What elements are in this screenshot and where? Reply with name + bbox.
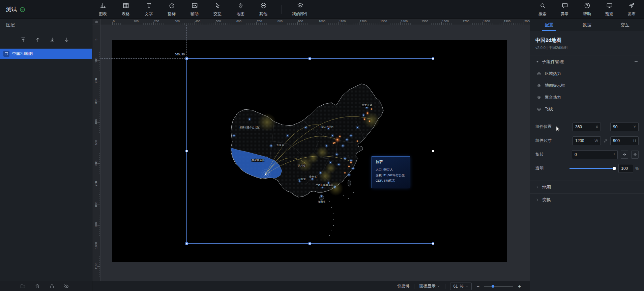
- width-input[interactable]: [575, 138, 593, 143]
- subcomponent-item-3[interactable]: 聚合热力: [530, 91, 644, 103]
- layer-list: 中国2d地图: [0, 49, 92, 59]
- visibility-eye-icon[interactable]: [536, 107, 541, 112]
- help-icon: [584, 2, 590, 10]
- position-row: 组件位置 X Y: [530, 120, 644, 134]
- rotate-row: 旋转 °: [530, 148, 644, 161]
- tool-chart-button[interactable]: 图表: [91, 0, 114, 19]
- zoom-out-button[interactable]: −: [476, 284, 479, 289]
- tool-map-button[interactable]: 地图: [229, 0, 252, 19]
- selection-handle-bottom-left[interactable]: [185, 242, 188, 245]
- action-preview-button[interactable]: 预览: [598, 0, 620, 19]
- subcomponent-item-4[interactable]: 飞线: [530, 103, 644, 115]
- to-top-icon[interactable]: [20, 37, 26, 43]
- app-logo-text: 测试: [6, 6, 17, 13]
- size-label: 组件尺寸: [535, 138, 556, 143]
- h-ruler-number: 1100: [339, 20, 346, 23]
- caret-down-icon: [535, 60, 539, 64]
- ruler-corner[interactable]: [92, 19, 100, 25]
- divider: [414, 284, 414, 289]
- h-ruler-number: 500: [216, 20, 221, 23]
- text-icon: [146, 2, 152, 10]
- up-icon[interactable]: [35, 37, 41, 43]
- tool-table-button[interactable]: 表格: [114, 0, 137, 19]
- v-ruler-number: 700: [94, 179, 98, 188]
- zoom-slider[interactable]: [484, 286, 513, 287]
- selection-handle-top-middle[interactable]: [309, 57, 311, 60]
- tab-interaction[interactable]: 交互: [606, 19, 644, 31]
- property-rows: 组件位置 X Y 组件尺寸 W H 旋转 °: [530, 115, 644, 181]
- lock-icon[interactable]: [49, 284, 55, 289]
- collapsed-section-1[interactable]: 地图: [530, 181, 644, 193]
- tool-text-button[interactable]: 文字: [137, 0, 160, 19]
- search-icon: [539, 2, 546, 10]
- selection-handle-middle-right[interactable]: [432, 150, 434, 152]
- tool-map-label: 地图: [236, 11, 244, 17]
- eye-icon: [94, 20, 98, 24]
- zoom-select[interactable]: 61 %: [450, 283, 472, 290]
- v-ruler-number: 0: [94, 35, 98, 44]
- zoom-in-button[interactable]: +: [518, 284, 521, 289]
- tab-data[interactable]: 数据: [568, 19, 606, 31]
- layer-thumbnail-icon: [3, 51, 9, 57]
- subcomponent-item-1[interactable]: 区域热力: [530, 68, 644, 80]
- h-ruler-number: 0: [113, 20, 115, 23]
- v-ruler-number: 1100: [94, 261, 98, 271]
- height-input[interactable]: [613, 138, 632, 143]
- selection-handle-top-right[interactable]: [432, 57, 434, 60]
- action-search-button[interactable]: 搜索: [531, 0, 554, 19]
- zoom-slider-handle[interactable]: [492, 285, 494, 288]
- layers-panel-header: 图层: [0, 19, 92, 31]
- tool-text-label: 文字: [145, 11, 153, 17]
- flip-vertical-button[interactable]: [631, 151, 639, 159]
- tool-assist-button[interactable]: 辅助: [183, 0, 206, 19]
- h-ruler-number: 700: [257, 20, 262, 23]
- opacity-slider-handle[interactable]: [613, 167, 616, 170]
- position-x-input[interactable]: [575, 125, 594, 129]
- tool-indicator-button[interactable]: 指标: [160, 0, 183, 19]
- lock-aspect-link-icon[interactable]: [601, 138, 610, 143]
- tab-config[interactable]: 配置: [530, 19, 568, 31]
- app-logo[interactable]: 测试: [6, 0, 25, 19]
- v-ruler: 010020030040050060070080090010001100: [92, 25, 100, 281]
- layer-item-china-2d-map[interactable]: 中国2d地图: [0, 49, 92, 59]
- flip-horizontal-button[interactable]: [621, 151, 628, 159]
- tool-other-label: 其他: [259, 11, 267, 17]
- panel-display-dropdown[interactable]: 面板显示: [419, 283, 440, 289]
- visibility-eye-icon[interactable]: [536, 95, 541, 100]
- selection-handle-bottom-right[interactable]: [432, 242, 434, 245]
- action-alert-button[interactable]: 异常: [554, 0, 576, 19]
- collapsed-section-2[interactable]: 变换: [530, 193, 644, 206]
- trash-icon[interactable]: [35, 284, 40, 289]
- folder-icon[interactable]: [20, 284, 26, 289]
- action-publish-button[interactable]: 发布: [620, 0, 643, 19]
- position-y-input[interactable]: [613, 125, 632, 129]
- selection-handle-bottom-middle[interactable]: [309, 242, 311, 245]
- indicator-icon: [169, 2, 175, 10]
- eye-off-icon[interactable]: [64, 284, 69, 289]
- component-version: v2.0.0 | 中国2d地图: [530, 45, 644, 55]
- selection-handle-top-left[interactable]: [185, 57, 188, 60]
- to-bottom-icon[interactable]: [49, 37, 55, 43]
- subcomponent-section-header[interactable]: 子组件管理: [530, 55, 644, 68]
- shortcuts-button[interactable]: 快捷键: [397, 283, 409, 289]
- tool-table-label: 表格: [122, 11, 130, 17]
- tool-widgets-button[interactable]: 我的部件: [289, 0, 312, 19]
- rotate-input[interactable]: [575, 152, 612, 157]
- down-icon[interactable]: [64, 37, 70, 43]
- assist-icon: [192, 2, 198, 10]
- opacity-input[interactable]: [621, 166, 631, 171]
- visibility-eye-icon[interactable]: [536, 71, 541, 76]
- action-help-button[interactable]: 帮助: [576, 0, 598, 19]
- tool-interact-button[interactable]: 交互: [206, 0, 229, 19]
- opacity-slider[interactable]: [569, 168, 615, 169]
- visibility-eye-icon[interactable]: [536, 83, 541, 88]
- tool-other-button[interactable]: 其他: [252, 0, 275, 19]
- add-subcomponent-button[interactable]: [634, 59, 639, 64]
- guide-line-vertical: [186, 25, 187, 58]
- h-ruler-number: 400: [195, 20, 200, 23]
- interact-icon: [214, 2, 221, 10]
- subcomponent-item-2[interactable]: 地图提示框: [530, 80, 644, 91]
- chevron-down-icon: [437, 285, 440, 288]
- selection-handle-middle-left[interactable]: [185, 150, 188, 152]
- selection-box[interactable]: [186, 58, 433, 244]
